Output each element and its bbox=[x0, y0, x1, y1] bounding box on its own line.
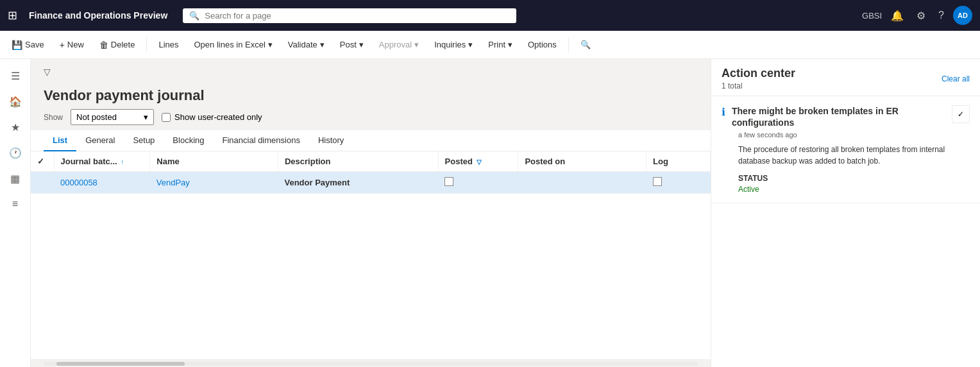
save-button[interactable]: 💾 Save bbox=[5, 37, 51, 53]
sidebar-workspaces-icon[interactable]: ▦ bbox=[4, 167, 27, 190]
sidebar-menu-icon[interactable]: ☰ bbox=[4, 64, 27, 87]
status-label: STATUS bbox=[738, 174, 768, 183]
bell-icon[interactable]: 🔔 bbox=[887, 7, 908, 24]
sidebar-modules-icon[interactable]: ≡ bbox=[4, 192, 27, 216]
top-nav-right: GBSI 🔔 ⚙ ? AD bbox=[862, 6, 972, 25]
main-content: ▽ Vendor payment journal Show Not posted… bbox=[31, 59, 711, 367]
lines-button[interactable]: Lines bbox=[152, 37, 185, 53]
action-item-title: There might be broken templates in ER co… bbox=[732, 105, 945, 128]
table-wrapper: ✓ Journal batc... ↑ Name Description Pos… bbox=[31, 151, 711, 359]
search-icon: 🔍 bbox=[189, 11, 199, 21]
row-posted-on bbox=[518, 172, 646, 194]
tab-setup[interactable]: Setup bbox=[124, 130, 164, 151]
post-button[interactable]: Post ▾ bbox=[334, 37, 370, 53]
header-area: ▽ Vendor payment journal Show Not posted… bbox=[31, 59, 711, 130]
col-header-name[interactable]: Name bbox=[150, 151, 278, 172]
app-grid-icon[interactable]: ⊞ bbox=[8, 8, 17, 22]
action-item-time: a few seconds ago bbox=[738, 131, 970, 139]
filter-icon[interactable]: ▽ bbox=[41, 62, 53, 82]
tabs: List General Setup Blocking Financial di… bbox=[31, 130, 711, 151]
open-lines-excel-button[interactable]: Open lines in Excel ▾ bbox=[188, 37, 279, 53]
scrollbar-track bbox=[44, 362, 698, 366]
sidebar-recent-icon[interactable]: 🕐 bbox=[4, 141, 27, 164]
info-icon: ℹ bbox=[722, 106, 725, 118]
search-button[interactable]: 🔍 bbox=[574, 37, 597, 53]
tab-financial-dimensions[interactable]: Financial dimensions bbox=[214, 130, 309, 151]
new-button[interactable]: + New bbox=[53, 37, 90, 53]
scrollbar-row bbox=[31, 359, 711, 367]
delete-icon: 🗑 bbox=[99, 40, 108, 50]
status-value: Active bbox=[738, 185, 759, 194]
save-icon: 💾 bbox=[12, 40, 22, 50]
row-journal-batch[interactable]: 00000058 bbox=[54, 172, 150, 194]
top-navigation: ⊞ Finance and Operations Preview 🔍 GBSI … bbox=[0, 0, 980, 31]
action-center-panel: Action center 1 total Clear all ℹ There … bbox=[711, 59, 980, 367]
action-center-title: Action center bbox=[722, 67, 795, 80]
search-bar[interactable]: 🔍 bbox=[183, 8, 516, 23]
help-icon[interactable]: ? bbox=[934, 7, 948, 24]
col-header-check: ✓ bbox=[31, 151, 54, 172]
main-layout: ☰ 🏠 ★ 🕐 ▦ ≡ ▽ Vendor payment journal Sho… bbox=[0, 59, 980, 367]
col-header-journal-batch[interactable]: Journal batc... ↑ bbox=[54, 151, 150, 172]
options-button[interactable]: Options bbox=[521, 37, 563, 53]
row-check-cell bbox=[31, 172, 54, 194]
collapse-button[interactable]: ✓ bbox=[952, 105, 970, 123]
col-header-posted[interactable]: Posted ▽ bbox=[438, 151, 518, 172]
clear-all-button[interactable]: Clear all bbox=[942, 74, 970, 83]
gear-icon[interactable]: ⚙ bbox=[913, 7, 929, 24]
show-user-created-label: Show user-created only bbox=[174, 112, 262, 122]
show-select-dropdown[interactable]: Not posted ▾ bbox=[71, 109, 154, 125]
col-header-posted-on[interactable]: Posted on bbox=[518, 151, 646, 172]
page-title: Vendor payment journal bbox=[31, 82, 711, 109]
col-header-description[interactable]: Description bbox=[278, 151, 438, 172]
show-label: Show bbox=[44, 113, 63, 122]
validate-button[interactable]: Validate ▾ bbox=[282, 37, 331, 53]
divider-1 bbox=[146, 37, 147, 53]
chevron-down-icon: ▾ bbox=[468, 40, 473, 49]
search-icon: 🔍 bbox=[580, 40, 591, 49]
chevron-down-icon: ▾ bbox=[508, 40, 512, 49]
row-log bbox=[646, 172, 711, 194]
journal-table: ✓ Journal batc... ↑ Name Description Pos… bbox=[31, 151, 711, 194]
tab-general[interactable]: General bbox=[76, 130, 124, 151]
posted-checkbox bbox=[444, 177, 453, 186]
approval-button[interactable]: Approval ▾ bbox=[373, 37, 425, 53]
tab-history[interactable]: History bbox=[309, 130, 353, 151]
show-row: Show Not posted ▾ Show user-created only bbox=[31, 109, 711, 130]
org-label: GBSI bbox=[862, 11, 882, 21]
row-description: Vendor Payment bbox=[278, 172, 438, 194]
row-posted bbox=[438, 172, 518, 194]
show-dropdown-icon: ▾ bbox=[144, 112, 148, 122]
user-avatar[interactable]: AD bbox=[953, 6, 972, 25]
action-item-header: ℹ There might be broken templates in ER … bbox=[722, 105, 970, 128]
log-checkbox bbox=[653, 177, 662, 186]
sidebar-home-icon[interactable]: 🏠 bbox=[4, 90, 27, 113]
filter-active-icon: ▽ bbox=[477, 158, 482, 166]
sort-asc-icon: ↑ bbox=[121, 158, 124, 166]
divider-2 bbox=[568, 37, 569, 53]
table-row[interactable]: 00000058 VendPay Vendor Payment bbox=[31, 172, 711, 194]
chevron-down-icon: ▾ bbox=[320, 40, 325, 49]
left-sidebar: ☰ 🏠 ★ 🕐 ▦ ≡ bbox=[0, 59, 31, 367]
action-center-total: 1 total bbox=[722, 81, 795, 90]
row-name[interactable]: VendPay bbox=[150, 172, 278, 194]
inquiries-button[interactable]: Inquiries ▾ bbox=[428, 37, 479, 53]
chevron-down-icon: ▾ bbox=[268, 40, 273, 49]
app-title: Finance and Operations Preview bbox=[29, 10, 167, 21]
print-button[interactable]: Print ▾ bbox=[482, 37, 519, 53]
command-bar: 💾 Save + New 🗑 Delete Lines Open lines i… bbox=[0, 31, 980, 59]
col-header-log[interactable]: Log bbox=[646, 151, 711, 172]
sidebar-favorites-icon[interactable]: ★ bbox=[4, 115, 27, 139]
status-row: STATUS bbox=[738, 173, 970, 183]
action-item-description: The procedure of restoring all broken te… bbox=[738, 144, 970, 167]
show-value: Not posted bbox=[76, 112, 117, 122]
scrollbar-thumb[interactable] bbox=[56, 362, 185, 366]
tab-list[interactable]: List bbox=[44, 130, 76, 151]
action-center-header: Action center 1 total Clear all bbox=[711, 59, 980, 96]
delete-button[interactable]: 🗑 Delete bbox=[93, 37, 142, 53]
tab-blocking[interactable]: Blocking bbox=[164, 130, 213, 151]
search-input[interactable] bbox=[205, 11, 510, 21]
show-user-created-checkbox[interactable] bbox=[162, 113, 171, 122]
chevron-down-icon: ▾ bbox=[359, 40, 364, 49]
action-center-title-area: Action center 1 total bbox=[722, 67, 795, 90]
